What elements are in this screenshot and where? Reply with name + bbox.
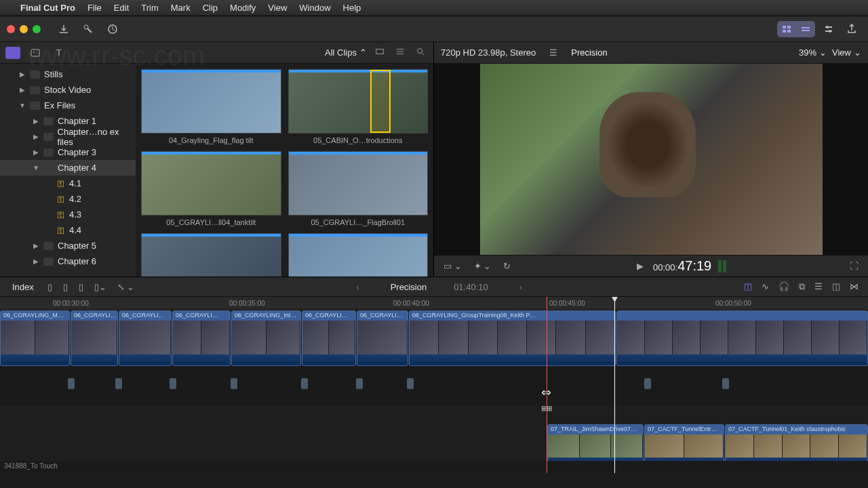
browser-clip[interactable] <box>288 233 429 277</box>
disclosure-icon[interactable]: ▶ <box>33 242 39 249</box>
clip-thumbnail[interactable] <box>288 69 429 134</box>
disclosure-icon[interactable]: ▶ <box>33 148 39 156</box>
skimming-icon[interactable]: ◫ <box>741 280 755 293</box>
browser-clip[interactable]: 04_Grayling_Flag_flag tilt <box>141 69 281 144</box>
scopes-icon[interactable]: ☰ <box>547 46 560 59</box>
fullscreen-icon[interactable]: ⛶ <box>847 260 861 272</box>
timeline-clip[interactable]: 06_CGRAYLING_Int… <box>231 310 301 366</box>
effects-icon[interactable]: ◫ <box>829 280 843 293</box>
tools-dropdown[interactable]: ⤡ ⌄ <box>115 281 138 293</box>
timeline-index-icon[interactable]: ☰ <box>812 280 825 293</box>
keyword-button[interactable] <box>79 21 98 37</box>
timeline-clip[interactable] <box>616 310 868 366</box>
timeline-clip[interactable]: 06_CGRAYLI… <box>172 310 231 366</box>
menu-view[interactable]: View <box>268 3 287 13</box>
viewer-canvas[interactable] <box>434 64 868 255</box>
sidebar-item[interactable]: ⚿4.1 <box>0 176 136 191</box>
snapping-icon[interactable]: ⧉ <box>796 280 808 293</box>
audio-skim-icon[interactable]: ∿ <box>759 280 772 293</box>
play-button[interactable]: ▶ <box>634 260 646 272</box>
playhead[interactable] <box>614 297 615 473</box>
photos-icon[interactable] <box>26 45 45 61</box>
history-forward[interactable]: › <box>515 282 526 292</box>
close-button[interactable] <box>7 25 15 33</box>
view-dropdown[interactable]: View ⌄ <box>832 47 861 58</box>
clip-thumbnail[interactable] <box>141 233 281 277</box>
import-button[interactable] <box>54 21 73 37</box>
timeline-clip[interactable]: 06_CGRAYLING_M… <box>0 310 70 366</box>
primary-storyline[interactable]: 06_CGRAYLING_M…06_CGRAYLI…06_CGRAYLI…06_… <box>0 310 868 366</box>
marker[interactable] <box>301 378 308 389</box>
disclosure-icon[interactable]: ▶ <box>33 133 39 140</box>
transitions-icon[interactable]: ⋈ <box>847 280 861 293</box>
inspector-toggle[interactable] <box>819 21 838 37</box>
menu-modify[interactable]: Modify <box>230 3 256 13</box>
sidebar-item[interactable]: ⚿4.3 <box>0 207 136 222</box>
menu-window[interactable]: Window <box>299 3 330 13</box>
clip-thumbnail[interactable] <box>288 151 429 216</box>
clip-filter-dropdown[interactable]: All Clips⌃ <box>325 47 367 58</box>
timeline[interactable]: 00:00:30:0000:00:35:0000:00:40:0000:00:4… <box>0 297 868 473</box>
sidebar-item[interactable]: ▼Ex Files <box>0 98 136 113</box>
share-button[interactable] <box>842 21 861 37</box>
marker[interactable] <box>170 378 176 389</box>
marker[interactable] <box>231 378 237 389</box>
marker[interactable] <box>644 378 651 389</box>
disclosure-icon[interactable]: ▼ <box>19 102 26 109</box>
timeline-clip[interactable]: 06_CGRAYLI… <box>357 310 408 366</box>
marker[interactable] <box>722 378 729 389</box>
timeline-toggle[interactable] <box>796 21 815 37</box>
app-menu[interactable]: Final Cut Pro <box>20 3 75 13</box>
menu-file[interactable]: File <box>87 3 102 13</box>
index-button[interactable]: Index <box>7 281 39 293</box>
sidebar-item[interactable]: ▶Chapter 5 <box>0 238 136 253</box>
retime-dropdown[interactable]: ↻ <box>500 260 513 272</box>
browser-clip[interactable]: 05_CABIN_O…troductions <box>288 69 429 144</box>
list-icon[interactable] <box>393 45 408 60</box>
connect-tool-icon[interactable]: ▯ <box>45 281 55 293</box>
transform-dropdown[interactable]: ▭ ⌄ <box>441 260 465 272</box>
append-tool-icon[interactable]: ▯ <box>76 281 86 293</box>
timeline-clip[interactable]: 06_CGRAYLI… <box>71 310 118 366</box>
library-sidebar[interactable]: ▶Stills▶Stock Video▼Ex Files▶Chapter 1▶C… <box>0 64 136 277</box>
browser-clip[interactable]: 05_CGRAYLI…_FlagBroll01 <box>288 151 429 226</box>
in-out-range[interactable] <box>370 70 391 133</box>
browser-clip[interactable] <box>141 233 281 277</box>
browser-clip[interactable]: 05_CGRAYLI…ll04_tanktilt <box>141 151 281 226</box>
clip-thumbnail[interactable] <box>141 69 281 134</box>
browser-toggle[interactable] <box>777 21 796 37</box>
marker[interactable] <box>68 378 75 389</box>
disclosure-icon[interactable]: ▶ <box>19 86 26 94</box>
zoom-button[interactable] <box>33 25 41 33</box>
menu-mark[interactable]: Mark <box>171 3 191 13</box>
marker[interactable] <box>407 378 414 389</box>
solo-icon[interactable]: 🎧 <box>776 280 792 293</box>
sidebar-item[interactable]: ▼Chapter 4 <box>0 160 136 176</box>
marker[interactable] <box>115 378 122 389</box>
menu-clip[interactable]: Clip <box>203 3 218 13</box>
clip-thumbnail[interactable] <box>141 151 281 216</box>
disclosure-icon[interactable]: ▶ <box>33 258 39 265</box>
timecode-display[interactable]: 00:00:47:19 <box>653 258 711 274</box>
sidebar-item[interactable]: ⚿4.2 <box>0 191 136 207</box>
overwrite-tool-icon[interactable]: ▯⌄ <box>92 281 109 293</box>
titles-icon[interactable]: T <box>50 45 69 61</box>
timeline-clip[interactable]: 06_CGRAYLI… <box>119 310 172 366</box>
marker[interactable] <box>356 378 363 389</box>
insert-tool-icon[interactable]: ▯ <box>60 281 71 293</box>
timeline-clip[interactable]: 06_CGRAYLING_GroupTraining08_Keith P… <box>409 310 616 366</box>
sidebar-item[interactable]: ▶Chapter 6 <box>0 253 136 269</box>
filmstrip-icon[interactable] <box>372 45 387 60</box>
menu-help[interactable]: Help <box>343 3 361 13</box>
disclosure-icon[interactable]: ▶ <box>19 70 26 78</box>
search-icon[interactable] <box>413 45 428 60</box>
sidebar-item[interactable]: ▶Chapter…no ex files <box>0 129 136 144</box>
clip-thumbnail[interactable] <box>288 233 429 277</box>
menu-trim[interactable]: Trim <box>141 3 159 13</box>
minimize-button[interactable] <box>20 25 28 33</box>
enhance-dropdown[interactable]: ✦ ⌄ <box>471 260 494 272</box>
disclosure-icon[interactable]: ▶ <box>33 117 39 125</box>
disclosure-icon[interactable]: ▼ <box>33 164 39 171</box>
sidebar-item[interactable]: ⚿4.4 <box>0 222 136 238</box>
sidebar-item[interactable]: ▶Stills <box>0 66 136 82</box>
